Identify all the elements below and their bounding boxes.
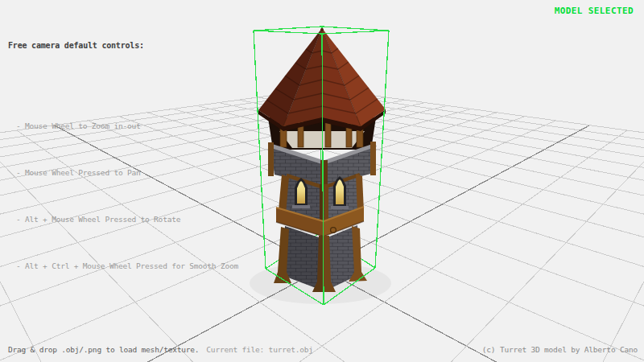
help-items: - Mouse Wheel to Zoom in-out - Mouse Whe… xyxy=(8,88,238,305)
credit-text: (c) Turret 3D model by Alberto Cano xyxy=(482,345,638,354)
help-item: - Mouse Wheel to Zoom in-out xyxy=(16,118,238,134)
help-item: - Alt + Mouse Wheel Pressed to Rotate xyxy=(16,212,238,228)
footer-hint-row: Drag & drop .obj/.png to load mesh/textu… xyxy=(8,345,313,354)
help-title: Free camera default controls: xyxy=(8,41,238,51)
help-item: - Alt + Ctrl + Mouse Wheel Pressed for S… xyxy=(16,258,238,274)
current-file-text: Current file: turret.obj xyxy=(206,345,312,354)
drop-hint-text: Drag & drop .obj/.png to load mesh/textu… xyxy=(8,345,199,354)
status-badge: MODEL SELECTED xyxy=(555,6,634,16)
help-overlay: Free camera default controls: - Mouse Wh… xyxy=(8,10,238,335)
turret-model[interactable] xyxy=(250,28,391,304)
help-item: - Mouse Wheel Pressed to Pan xyxy=(16,165,238,181)
viewport-3d[interactable]: Free camera default controls: - Mouse Wh… xyxy=(0,0,644,362)
